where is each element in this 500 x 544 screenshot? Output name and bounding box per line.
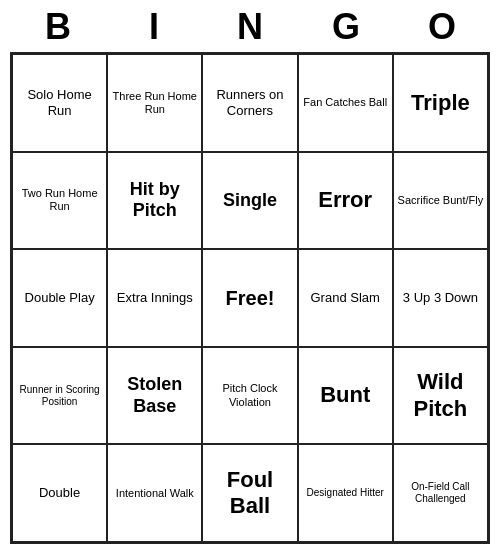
bingo-cell-14: 3 Up 3 Down: [393, 249, 488, 347]
bingo-cell-4: Triple: [393, 54, 488, 152]
bingo-grid: Solo Home RunThree Run Home RunRunners o…: [10, 52, 490, 544]
bingo-cell-5: Two Run Home Run: [12, 152, 107, 250]
bingo-letter-i: I: [111, 6, 197, 48]
bingo-cell-6: Hit by Pitch: [107, 152, 202, 250]
bingo-cell-3: Fan Catches Ball: [298, 54, 393, 152]
bingo-letter-n: N: [207, 6, 293, 48]
bingo-cell-9: Sacrifice Bunt/Fly: [393, 152, 488, 250]
bingo-cell-11: Extra Innings: [107, 249, 202, 347]
bingo-cell-24: On-Field Call Challenged: [393, 444, 488, 542]
bingo-cell-21: Intentional Walk: [107, 444, 202, 542]
bingo-cell-1: Three Run Home Run: [107, 54, 202, 152]
bingo-letter-g: G: [303, 6, 389, 48]
bingo-cell-19: Wild Pitch: [393, 347, 488, 445]
bingo-cell-16: Stolen Base: [107, 347, 202, 445]
bingo-letter-b: B: [15, 6, 101, 48]
bingo-cell-18: Bunt: [298, 347, 393, 445]
bingo-letter-o: O: [399, 6, 485, 48]
bingo-cell-22: Foul Ball: [202, 444, 297, 542]
bingo-cell-20: Double: [12, 444, 107, 542]
bingo-cell-17: Pitch Clock Violation: [202, 347, 297, 445]
bingo-cell-0: Solo Home Run: [12, 54, 107, 152]
bingo-cell-7: Single: [202, 152, 297, 250]
bingo-cell-10: Double Play: [12, 249, 107, 347]
bingo-cell-13: Grand Slam: [298, 249, 393, 347]
bingo-cell-2: Runners on Corners: [202, 54, 297, 152]
bingo-header: BINGO: [10, 0, 490, 52]
bingo-cell-12: Free!: [202, 249, 297, 347]
bingo-cell-15: Runner in Scoring Position: [12, 347, 107, 445]
bingo-cell-8: Error: [298, 152, 393, 250]
bingo-cell-23: Designated Hitter: [298, 444, 393, 542]
